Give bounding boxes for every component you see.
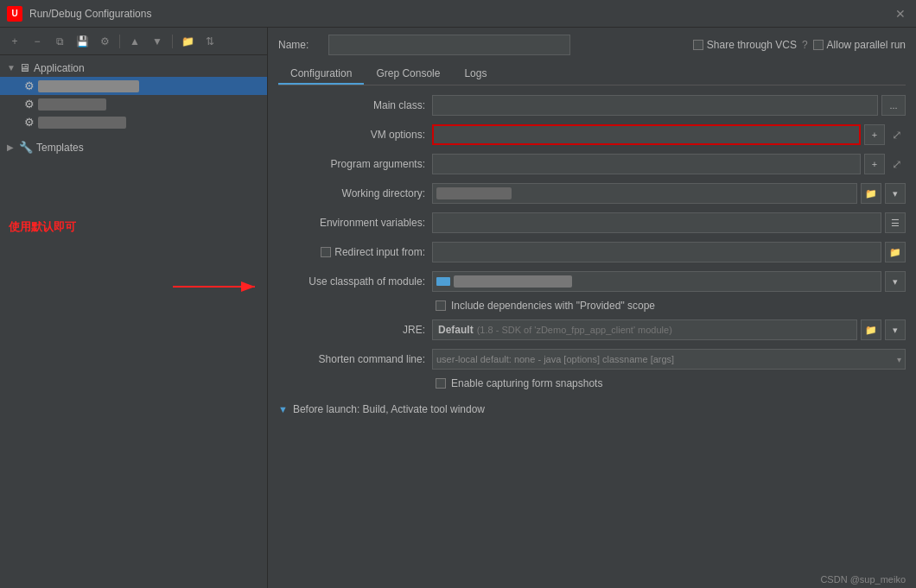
config-icon-2: ⚙	[24, 98, 35, 111]
title-bar: U Run/Debug Configurations ✕	[0, 0, 916, 28]
separator	[119, 35, 120, 48]
redirect-input-field[interactable]	[432, 242, 881, 262]
vm-options-add-button[interactable]: +	[864, 124, 885, 145]
share-vcs-label[interactable]: Share through VCS	[693, 39, 797, 51]
move-down-button[interactable]: ▼	[148, 32, 167, 51]
module-name	[454, 275, 572, 288]
tab-configuration[interactable]: Configuration	[278, 64, 364, 85]
app-icon: 🖥	[19, 61, 30, 74]
redirect-folder-button[interactable]: 📁	[885, 242, 906, 262]
tab-grep-console[interactable]: Grep Console	[364, 64, 452, 85]
main-class-browse-button[interactable]: ...	[881, 95, 906, 116]
main-class-label: Main class:	[278, 99, 425, 111]
templates-label: Templates	[36, 142, 84, 154]
redirect-input-label: Redirect input from:	[334, 246, 425, 258]
redirect-input-value: 📁	[432, 242, 906, 262]
working-dir-label: Working directory:	[278, 187, 425, 199]
module-classpath-row: Use classpath of module: ▾	[278, 270, 906, 293]
working-dir-input[interactable]	[432, 183, 857, 204]
before-launch-label: Before launch: Build, Activate tool wind…	[293, 403, 485, 415]
main-class-row: Main class: ...	[278, 94, 906, 117]
vcs-row: Share through VCS ? Allow parallel run	[693, 39, 906, 51]
app-logo: U	[7, 6, 22, 22]
jre-label: JRE:	[278, 324, 425, 336]
parallel-run-label[interactable]: Allow parallel run	[813, 39, 906, 51]
main-container: + − ⧉ 💾 ⚙ ▲ ▼ 📁 ⇅ ▼ 🖥 Application	[0, 28, 916, 588]
config-label-3	[38, 117, 126, 129]
env-variables-browse-button[interactable]: ☰	[885, 212, 906, 233]
tree-config-item-1[interactable]: ⚙	[0, 77, 267, 95]
include-deps-checkbox[interactable]	[436, 300, 446, 311]
shorten-cmd-dropdown[interactable]: user-local default: none - java [options…	[432, 349, 906, 370]
program-args-input[interactable]	[432, 154, 861, 174]
shorten-cmd-row: Shorten command line: user-local default…	[278, 348, 906, 370]
jre-detail-text: (1.8 - SDK of 'zDemo_fpp_app_client' mod…	[477, 325, 672, 335]
bottom-bar: CSDN @sup_meiko	[810, 571, 916, 588]
config-label-1	[38, 80, 139, 92]
program-args-label: Program arguments:	[278, 158, 425, 170]
working-dir-dropdown-button[interactable]: ▾	[885, 183, 906, 204]
config-label-2	[38, 98, 106, 111]
right-panel: Name: Share through VCS ? Allow parallel…	[268, 28, 916, 588]
jre-folder-button[interactable]: 📁	[861, 319, 881, 340]
vm-options-input[interactable]	[432, 124, 861, 145]
include-deps-label[interactable]: Include dependencies with "Provided" sco…	[451, 300, 655, 312]
jre-dropdown[interactable]: Default (1.8 - SDK of 'zDemo_fpp_app_cli…	[432, 319, 857, 340]
jre-default-text: Default	[438, 324, 474, 336]
module-selector[interactable]	[432, 271, 881, 292]
jre-value: Default (1.8 - SDK of 'zDemo_fpp_app_cli…	[432, 319, 906, 340]
separator2	[172, 35, 173, 48]
env-variables-value: ☰	[432, 212, 906, 233]
gear-config-button[interactable]: ⚙	[95, 32, 114, 51]
enable-snapshots-row: Enable capturing form snapshots	[278, 377, 906, 389]
tree-area: ▼ 🖥 Application ⚙ ⚙ ⚙	[0, 55, 267, 160]
vm-options-label: VM options:	[278, 129, 425, 141]
tree-config-item-3[interactable]: ⚙	[0, 113, 267, 131]
add-config-button[interactable]: +	[5, 32, 24, 51]
shorten-cmd-arrow: ▾	[897, 355, 901, 364]
parallel-run-checkbox[interactable]	[813, 40, 824, 50]
copy-config-button[interactable]: ⧉	[50, 32, 69, 51]
jre-dropdown-button[interactable]: ▾	[885, 319, 906, 340]
shorten-cmd-value: user-local default: none - java [options…	[432, 349, 906, 370]
left-content: ▼ 🖥 Application ⚙ ⚙ ⚙	[0, 55, 267, 160]
program-args-add-button[interactable]: +	[864, 154, 885, 174]
toolbar: + − ⧉ 💾 ⚙ ▲ ▼ 📁 ⇅	[0, 28, 267, 55]
enable-snapshots-checkbox[interactable]	[436, 378, 446, 389]
left-panel: + − ⧉ 💾 ⚙ ▲ ▼ 📁 ⇅ ▼ 🖥 Application	[0, 28, 268, 588]
vm-options-value: + ⤢	[432, 124, 906, 145]
include-deps-row: Include dependencies with "Provided" sco…	[278, 300, 906, 312]
module-classpath-value: ▾	[432, 271, 906, 292]
vm-options-row: VM options: + ⤢	[278, 123, 906, 146]
name-field-label: Name:	[278, 39, 321, 51]
tab-logs[interactable]: Logs	[452, 64, 499, 85]
env-variables-input[interactable]	[432, 212, 881, 233]
templates-arrow: ▶	[7, 142, 16, 152]
enable-snapshots-label[interactable]: Enable capturing form snapshots	[451, 377, 602, 389]
program-args-expand-button[interactable]: ⤢	[888, 154, 906, 174]
module-dropdown-button[interactable]: ▾	[885, 271, 906, 292]
program-args-row: Program arguments: + ⤢	[278, 153, 906, 175]
close-button[interactable]: ✕	[892, 7, 909, 21]
name-input[interactable]	[328, 35, 570, 55]
tree-config-item-2[interactable]: ⚙	[0, 95, 267, 113]
folder-button[interactable]: 📁	[178, 32, 197, 51]
tree-templates[interactable]: ▶ 🔧 Templates	[0, 138, 267, 156]
main-class-input[interactable]	[432, 95, 878, 116]
annotation-box: 使用默认即可	[9, 219, 76, 235]
share-vcs-checkbox[interactable]	[693, 40, 703, 50]
jre-row: JRE: Default (1.8 - SDK of 'zDemo_fpp_ap…	[278, 319, 906, 341]
tree-application[interactable]: ▼ 🖥 Application	[0, 59, 267, 77]
remove-config-button[interactable]: −	[28, 32, 47, 51]
application-label: Application	[34, 62, 85, 74]
help-icon[interactable]: ?	[802, 39, 808, 51]
redirect-checkbox[interactable]	[321, 247, 331, 257]
vm-options-expand-button[interactable]: ⤢	[888, 124, 906, 145]
config-icon-1: ⚙	[24, 79, 35, 92]
save-config-button[interactable]: 💾	[73, 32, 92, 51]
working-dir-text	[436, 187, 512, 199]
sort-button[interactable]: ⇅	[200, 32, 219, 51]
working-dir-folder-button[interactable]: 📁	[861, 183, 881, 204]
move-up-button[interactable]: ▲	[125, 32, 144, 51]
tab-bar: Configuration Grep Console Logs	[278, 64, 906, 85]
